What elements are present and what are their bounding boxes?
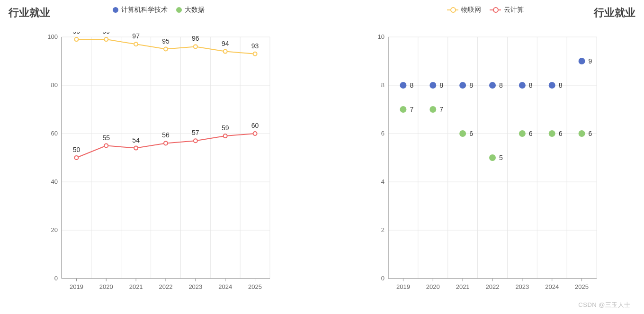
svg-point-42: [164, 47, 168, 51]
svg-text:10: 10: [378, 33, 385, 40]
line-marker-icon: [490, 9, 501, 10]
left-legend: 计算机科学技术 大数据: [5, 2, 313, 18]
svg-text:8: 8: [410, 81, 413, 89]
svg-text:97: 97: [132, 32, 140, 40]
svg-text:2020: 2020: [99, 283, 113, 290]
svg-text:8: 8: [499, 81, 503, 89]
svg-text:80: 80: [51, 81, 58, 89]
svg-text:2025: 2025: [248, 283, 262, 290]
svg-text:40: 40: [51, 178, 58, 185]
svg-text:4: 4: [381, 178, 385, 185]
svg-point-54: [134, 146, 138, 150]
svg-point-60: [224, 134, 227, 138]
svg-point-104: [459, 82, 466, 89]
svg-text:2025: 2025: [575, 283, 589, 290]
svg-point-110: [549, 82, 555, 89]
svg-text:99: 99: [73, 32, 80, 35]
svg-point-58: [194, 139, 197, 143]
svg-text:6: 6: [559, 130, 563, 137]
left-panel: 行业就业 计算机科学技术 大数据 02040608010020192020202…: [5, 2, 313, 297]
svg-text:2019: 2019: [396, 283, 410, 290]
svg-point-114: [400, 106, 406, 113]
svg-text:2020: 2020: [426, 283, 440, 290]
left-chart-title: 行业就业: [9, 6, 50, 20]
svg-point-56: [164, 141, 168, 145]
line-marker-icon: [447, 9, 458, 10]
legend-item-cs[interactable]: 计算机科学技术: [113, 6, 168, 14]
svg-text:2: 2: [381, 226, 385, 233]
legend-item-iot[interactable]: 物联网: [447, 6, 481, 14]
legend-label: 云计算: [504, 6, 524, 14]
dot-icon: [113, 7, 118, 13]
svg-point-122: [519, 130, 526, 137]
svg-point-44: [194, 45, 197, 48]
svg-text:8: 8: [529, 81, 533, 89]
svg-text:0: 0: [381, 275, 385, 282]
svg-point-112: [579, 58, 585, 64]
svg-text:7: 7: [439, 106, 443, 113]
svg-text:8: 8: [381, 81, 385, 89]
svg-point-36: [74, 37, 78, 41]
svg-point-126: [579, 130, 585, 137]
svg-text:100: 100: [47, 33, 58, 40]
svg-point-38: [104, 37, 108, 41]
svg-text:55: 55: [102, 134, 110, 142]
svg-text:57: 57: [192, 129, 199, 136]
svg-point-124: [549, 130, 555, 137]
svg-text:6: 6: [469, 130, 473, 137]
right-panel: 行业就业 物联网 云计算 024681020192020202120222023…: [331, 2, 639, 297]
left-chart-svg: 0204060801002019202020212022202320242025…: [47, 32, 279, 297]
svg-point-100: [400, 82, 406, 89]
svg-text:60: 60: [251, 122, 259, 129]
svg-point-108: [519, 82, 526, 89]
legend-item-bigdata[interactable]: 大数据: [176, 6, 205, 14]
svg-point-48: [253, 52, 257, 56]
svg-point-102: [429, 82, 436, 89]
dot-icon: [176, 7, 182, 13]
svg-text:94: 94: [222, 40, 229, 47]
svg-text:8: 8: [469, 81, 473, 89]
svg-text:2021: 2021: [456, 283, 470, 290]
right-chart-title: 行业就业: [594, 6, 635, 20]
legend-item-cloud[interactable]: 云计算: [490, 6, 524, 14]
svg-point-116: [429, 106, 436, 113]
legend-label: 计算机科学技术: [121, 6, 168, 14]
svg-text:2019: 2019: [70, 283, 83, 290]
svg-text:99: 99: [102, 32, 110, 35]
svg-text:2024: 2024: [545, 283, 559, 290]
svg-text:2022: 2022: [159, 283, 173, 290]
svg-text:0: 0: [54, 275, 58, 282]
svg-text:20: 20: [51, 226, 58, 233]
svg-point-52: [104, 144, 108, 148]
svg-point-106: [489, 82, 496, 89]
svg-point-50: [74, 156, 78, 160]
svg-text:6: 6: [589, 130, 592, 137]
svg-text:2024: 2024: [218, 283, 232, 290]
svg-text:7: 7: [410, 106, 413, 113]
svg-text:54: 54: [132, 136, 140, 144]
svg-point-40: [134, 42, 138, 46]
svg-point-46: [224, 50, 227, 54]
svg-text:56: 56: [162, 131, 170, 139]
svg-text:50: 50: [73, 146, 80, 153]
svg-text:96: 96: [192, 35, 199, 42]
legend-label: 物联网: [461, 6, 481, 14]
svg-text:2021: 2021: [129, 283, 143, 290]
svg-text:59: 59: [222, 124, 229, 132]
right-legend: 物联网 云计算: [331, 2, 639, 18]
svg-text:2023: 2023: [515, 283, 529, 290]
svg-text:2022: 2022: [486, 283, 500, 290]
legend-label: 大数据: [185, 6, 205, 14]
svg-text:5: 5: [499, 154, 503, 161]
svg-text:95: 95: [162, 37, 170, 45]
svg-text:6: 6: [529, 130, 533, 137]
watermark: CSDN @三玉人士: [578, 301, 631, 309]
svg-text:2023: 2023: [188, 283, 202, 290]
svg-point-120: [489, 154, 496, 161]
svg-text:93: 93: [251, 42, 259, 50]
svg-text:9: 9: [589, 57, 592, 65]
svg-text:6: 6: [381, 130, 385, 137]
right-chart-svg: 0246810201920202021202220232024202588888…: [374, 32, 606, 297]
svg-point-118: [459, 130, 466, 137]
svg-text:8: 8: [559, 81, 563, 89]
